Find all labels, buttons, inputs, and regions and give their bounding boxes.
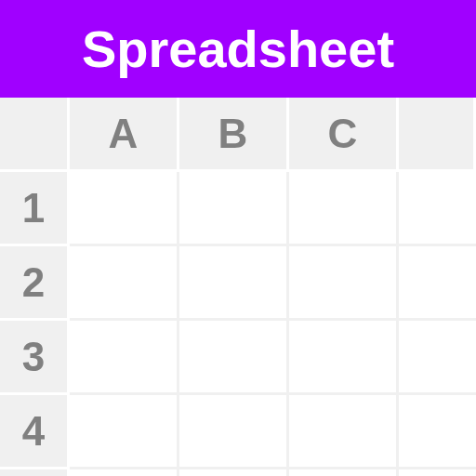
column-header-extra[interactable] [399,98,476,172]
row-header-4[interactable]: 4 [0,395,70,469]
column-header-a[interactable]: A [70,98,179,172]
column-header-row: A B C [0,98,476,172]
app-header: Spreadsheet [0,0,476,98]
column-header-b[interactable]: B [179,98,289,172]
row-1: 1 [0,172,476,246]
row-header-2[interactable]: 2 [0,246,70,321]
cell-extra-5[interactable] [399,469,476,476]
cell-a2[interactable] [70,246,179,321]
cell-a4[interactable] [70,395,179,469]
cell-a3[interactable] [70,321,179,395]
column-header-c[interactable]: C [289,98,399,172]
cell-extra-1[interactable] [399,172,476,246]
row-4: 4 [0,395,476,469]
spreadsheet-grid: A B C 1 2 3 4 5 [0,98,476,476]
cell-c3[interactable] [289,321,399,395]
cell-c2[interactable] [289,246,399,321]
row-3: 3 [0,321,476,395]
cell-extra-2[interactable] [399,246,476,321]
corner-cell[interactable] [0,98,70,172]
row-header-5[interactable]: 5 [0,469,70,476]
cell-extra-3[interactable] [399,321,476,395]
cell-b2[interactable] [179,246,289,321]
app-title: Spreadsheet [82,19,394,79]
cell-c1[interactable] [289,172,399,246]
row-header-3[interactable]: 3 [0,321,70,395]
cell-extra-4[interactable] [399,395,476,469]
cell-b3[interactable] [179,321,289,395]
cell-b5[interactable] [179,469,289,476]
cell-b4[interactable] [179,395,289,469]
row-5: 5 [0,469,476,476]
row-header-1[interactable]: 1 [0,172,70,246]
cell-a5[interactable] [70,469,179,476]
cell-c4[interactable] [289,395,399,469]
cell-b1[interactable] [179,172,289,246]
row-2: 2 [0,246,476,321]
cell-a1[interactable] [70,172,179,246]
cell-c5[interactable] [289,469,399,476]
